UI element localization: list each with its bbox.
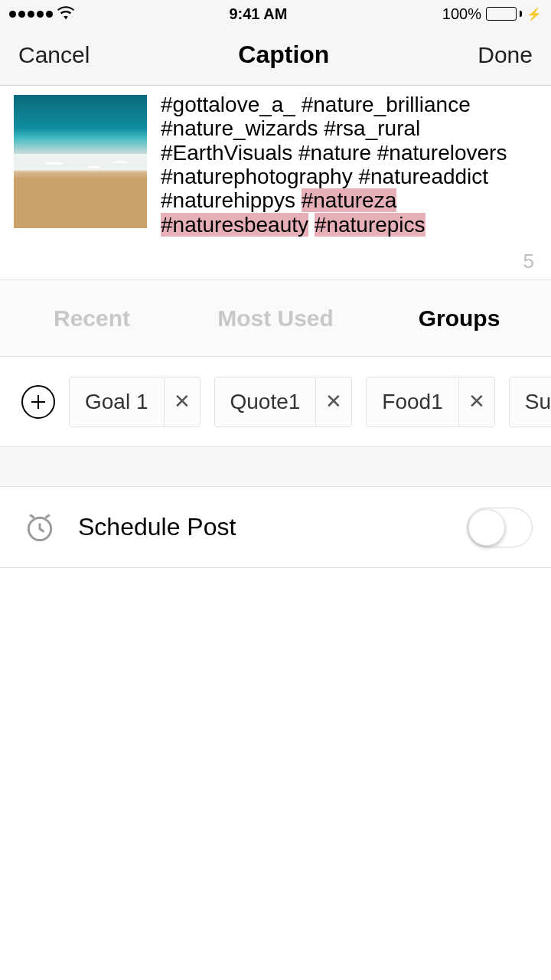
clock-icon <box>23 511 57 544</box>
caption-hashtag-hl: #natureza <box>302 188 397 212</box>
battery-percent: 100% <box>442 5 481 23</box>
group-chip[interactable]: Goal 1 ✕ <box>69 377 201 427</box>
group-chip[interactable]: Quote1 ✕ <box>214 377 353 427</box>
close-icon[interactable]: ✕ <box>459 377 494 426</box>
caption-line: #naturehippys <box>161 188 302 212</box>
plus-icon <box>29 393 47 411</box>
hashtag-count: 5 <box>523 250 534 273</box>
group-chip[interactable]: Sunset1 ✕ <box>509 377 551 427</box>
post-thumbnail[interactable] <box>14 95 147 228</box>
status-bar: 9:41 AM 100% ⚡ <box>0 0 551 28</box>
schedule-toggle[interactable] <box>467 508 533 547</box>
schedule-label: Schedule Post <box>78 513 445 541</box>
status-right: 100% ⚡ <box>442 5 542 23</box>
caption-line: #nature_wizards #rsa_rural <box>161 116 420 140</box>
group-chip-label: Food1 <box>367 377 458 426</box>
caption-hashtag-hl: #naturepics <box>315 213 425 237</box>
close-icon[interactable]: ✕ <box>316 377 351 426</box>
nav-header: Cancel Caption Done <box>0 28 551 86</box>
wifi-icon <box>57 5 74 22</box>
close-icon[interactable]: ✕ <box>165 377 200 426</box>
page-title: Caption <box>238 41 329 69</box>
status-time: 9:41 AM <box>229 5 287 23</box>
group-chip-label: Quote1 <box>215 377 317 426</box>
section-spacer <box>0 447 551 487</box>
caption-line: #naturephotography #natureaddict <box>161 165 488 188</box>
caption-line: #EarthVisuals #nature #naturelovers <box>161 141 507 165</box>
caption-area: #gottalove_a_ #nature_brilliance #nature… <box>0 86 551 280</box>
caption-hashtag-hl: #naturesbeauty <box>161 213 308 237</box>
caption-line: #gottalove_a_ #nature_brilliance <box>161 93 471 116</box>
toggle-knob <box>468 509 505 546</box>
group-chip[interactable]: Food1 ✕ <box>366 377 494 427</box>
groups-row: Goal 1 ✕ Quote1 ✕ Food1 ✕ Sunset1 ✕ <box>0 357 551 447</box>
group-chip-label: Sunset1 <box>510 377 551 426</box>
tab-groups[interactable]: Groups <box>367 305 551 332</box>
caption-text[interactable]: #gottalove_a_ #nature_brilliance #nature… <box>161 93 507 237</box>
schedule-row: Schedule Post <box>0 487 551 568</box>
status-left <box>9 5 74 22</box>
tabs: Recent Most Used Groups <box>0 280 551 357</box>
cancel-button[interactable]: Cancel <box>18 42 90 68</box>
done-button[interactable]: Done <box>478 42 533 68</box>
tab-most-used[interactable]: Most Used <box>184 305 367 332</box>
tab-recent[interactable]: Recent <box>0 305 184 332</box>
charging-icon: ⚡ <box>527 7 542 21</box>
signal-dots-icon <box>9 11 53 18</box>
add-group-button[interactable] <box>21 385 55 419</box>
group-chip-label: Goal 1 <box>70 377 165 426</box>
battery-icon <box>486 7 522 21</box>
